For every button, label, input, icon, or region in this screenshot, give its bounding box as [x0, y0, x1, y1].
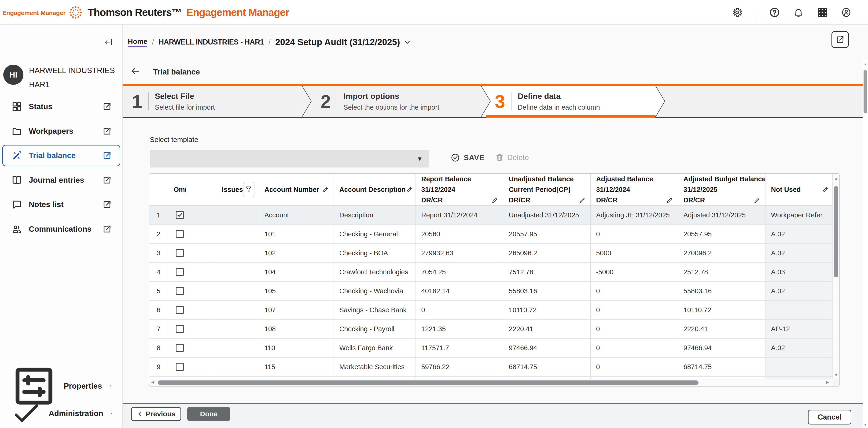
edit-column-icon[interactable] [579, 196, 586, 204]
cell-workpaper: AP-12 [765, 319, 833, 339]
sidebar-item-properties[interactable]: Properties [2, 375, 120, 397]
settings-icon[interactable] [732, 7, 743, 18]
help-icon[interactable] [769, 7, 780, 18]
omit-checkbox[interactable] [176, 211, 184, 219]
omit-checkbox[interactable] [176, 287, 184, 295]
edit-column-icon[interactable] [322, 186, 329, 193]
template-select[interactable]: ▼ [150, 150, 429, 168]
omit-checkbox[interactable] [176, 268, 184, 276]
omit-checkbox[interactable] [176, 344, 184, 352]
dropdown-arrow-icon: ▼ [417, 155, 423, 163]
wizard-step-1[interactable]: 1 Select File Select file for import [132, 86, 215, 117]
cell-report: 20560 [415, 225, 503, 244]
edit-column-icon[interactable] [666, 196, 674, 204]
scroll-down-icon[interactable]: ▼ [863, 423, 868, 427]
wizard-step-2[interactable]: 2 Import options Select the options for … [321, 86, 439, 117]
chevron-down-icon [404, 39, 411, 46]
breadcrumb-separator: / [269, 38, 270, 46]
edit-column-icon[interactable] [753, 196, 761, 204]
delete-template-button[interactable]: Delete [495, 153, 529, 162]
omit-checkbox[interactable] [176, 325, 184, 333]
step-title: Select File [155, 92, 215, 101]
cell-workpaper: A.02 [765, 282, 833, 301]
sidebar-item-communications[interactable]: Communications [2, 218, 120, 240]
page-vertical-scrollbar[interactable]: ▲ ▼ [863, 60, 868, 428]
cell-account: 108 [259, 319, 334, 339]
open-external-icon[interactable] [102, 126, 112, 136]
scroll-left-icon[interactable]: ◀ [151, 380, 154, 385]
cell-num: 3 [149, 244, 168, 263]
table-row[interactable]: 6107Savings - Chase Bank010110.72010110.… [149, 301, 833, 319]
sidebar-collapse-icon[interactable] [103, 36, 114, 49]
notifications-icon[interactable] [793, 7, 804, 18]
cell-workpaper [765, 358, 833, 376]
select-template-label: Select template [150, 136, 198, 144]
omit-checkbox[interactable] [176, 306, 184, 314]
brand-lockup: Thomson Reuters™ Engagement Manager [68, 0, 289, 25]
table-vertical-scrollbar[interactable]: ▲ ▼ [832, 174, 839, 379]
table-row[interactable]: 3102Checking - BOA279932.63265096.250002… [149, 244, 833, 263]
edit-column-icon[interactable] [491, 196, 499, 204]
cancel-button[interactable]: Cancel [808, 410, 851, 425]
save-template-button[interactable]: SAVE [451, 153, 485, 162]
cell-omit [168, 282, 186, 301]
brand-name: Thomson Reuters™ [88, 6, 182, 18]
open-external-icon[interactable] [102, 102, 112, 111]
import-wizard-steps: 1 Select File Select file for import 2 I… [123, 84, 863, 118]
scroll-up-icon[interactable]: ▲ [833, 176, 840, 181]
people-icon [11, 224, 22, 234]
issues-filter-button[interactable] [243, 182, 254, 197]
breadcrumb-engagement-label: 2024 Setup Audit (31/12/2025) [275, 37, 400, 47]
cell-unadjusted: 10110.72 [503, 301, 590, 319]
open-external-icon[interactable] [102, 151, 112, 160]
cell-adjusting: 0 [590, 225, 678, 244]
table-row[interactable]: 7108Checking - Payroll1221.352220.410222… [149, 319, 833, 339]
table-row[interactable]: 9115Marketable Securities59766.2268714.7… [149, 358, 833, 376]
open-external-icon[interactable] [102, 224, 112, 234]
open-external-icon[interactable] [102, 175, 112, 185]
table-row[interactable]: 1AccountDescriptionReport 31/12/2024Unad… [149, 206, 833, 225]
sidebar-item-notes-list[interactable]: Notes list [2, 194, 120, 215]
cell-adjusted: 2220.41 [678, 319, 765, 339]
table-row[interactable]: 8110Wells Fargo Bank117571.797466.940974… [149, 339, 833, 358]
table-horizontal-scrollbar[interactable]: ◀ ▶ [149, 379, 833, 386]
open-in-new-window-button[interactable] [832, 31, 849, 48]
sidebar-item-administration[interactable]: Administration [2, 403, 120, 424]
cell-report: 40182.14 [415, 282, 503, 301]
edit-column-icon[interactable] [406, 186, 413, 193]
step-divider [337, 92, 337, 110]
done-button[interactable]: Done [187, 407, 230, 421]
sidebar-item-workpapers[interactable]: Workpapers [2, 120, 120, 142]
page-scroll-thumb[interactable] [864, 70, 867, 113]
sidebar-item-trial-balance[interactable]: Trial balance [2, 145, 120, 166]
previous-button[interactable]: Previous [131, 407, 181, 421]
omit-checkbox[interactable] [176, 230, 184, 238]
open-external-icon[interactable] [102, 200, 112, 209]
edit-column-icon[interactable] [822, 186, 829, 193]
sidebar-item-status[interactable]: Status [2, 96, 120, 117]
main-content: Trial balance 1 Select File Select file … [123, 60, 863, 403]
horizontal-scroll-thumb[interactable] [158, 380, 699, 385]
scroll-down-icon[interactable]: ▼ [833, 373, 840, 378]
scroll-up-icon[interactable]: ▲ [863, 62, 868, 66]
cell-workpaper: Workpaper Refer... [765, 206, 833, 225]
omit-checkbox[interactable] [176, 249, 184, 257]
omit-checkbox[interactable] [176, 363, 184, 371]
column-header-issues: Issues [216, 174, 259, 206]
cell-spacer [186, 319, 216, 339]
wizard-step-3[interactable]: 3 Define data Define data in each column [495, 86, 600, 117]
account-icon[interactable] [841, 7, 851, 18]
delete-label: Delete [507, 153, 529, 162]
sidebar-item-journal-entries[interactable]: Journal entries [2, 169, 120, 191]
scroll-right-icon[interactable]: ▶ [826, 380, 829, 385]
table-row[interactable]: 2101Checking - General2056020557.9502055… [149, 225, 833, 244]
back-arrow-icon[interactable] [130, 66, 141, 77]
app-launcher-icon[interactable] [817, 7, 828, 18]
vertical-scroll-thumb[interactable] [834, 186, 838, 277]
breadcrumb-home-link[interactable]: Home [128, 37, 147, 47]
step-subtitle: Define data in each column [518, 104, 600, 111]
table-row[interactable]: 5105Checking - Wachovia40182.1455803.160… [149, 282, 833, 301]
table-row[interactable]: 4104Crawford Technologies7054.257512.78-… [149, 263, 833, 282]
breadcrumb-engagement-dropdown[interactable]: 2024 Setup Audit (31/12/2025) [275, 37, 411, 47]
open-external-icon [836, 35, 845, 44]
